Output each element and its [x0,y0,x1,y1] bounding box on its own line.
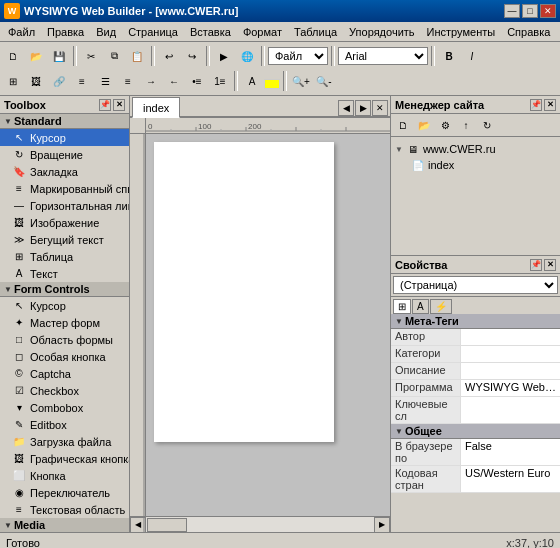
props-value-browser[interactable]: False [461,439,560,465]
cut-button[interactable]: ✂ [80,46,102,66]
menu-view[interactable]: Вид [90,24,122,40]
toolbox-pin-button[interactable]: 📌 [99,99,111,111]
site-manager-close-button[interactable]: ✕ [544,99,556,111]
zoom-out-button[interactable]: 🔍- [313,71,335,91]
menu-arrange[interactable]: Упорядочить [343,24,420,40]
bold-button[interactable]: B [438,46,460,66]
save-button[interactable]: 💾 [48,46,70,66]
tab-next-button[interactable]: ▶ [355,100,371,116]
align-right-button[interactable]: ≡ [117,71,139,91]
tree-item-index[interactable]: 📄 index [411,157,556,173]
toolbox-item-imgbutton[interactable]: 🖼 Графическая кнопка [0,450,129,467]
toolbox-item-textarea[interactable]: ≡ Текстовая область [0,501,129,518]
redo-button[interactable]: ↪ [181,46,203,66]
style-dropdown[interactable]: Файл [268,47,328,65]
site-manager-header-buttons[interactable]: 📌 ✕ [530,99,556,111]
bgcolor-button[interactable] [264,79,280,89]
tab-prev-button[interactable]: ◀ [338,100,354,116]
menu-format[interactable]: Формат [237,24,288,40]
editor-canvas[interactable] [146,134,390,516]
props-tab-style[interactable]: A [412,299,429,314]
toolbox-item-bookmark[interactable]: 🔖 Закладка [0,163,129,180]
open-button[interactable]: 📂 [25,46,47,66]
props-value-program[interactable]: WYSIWYG Web Bu [461,380,560,396]
properties-close-button[interactable]: ✕ [544,259,556,271]
menu-tools[interactable]: Инструменты [421,24,502,40]
toolbox-item-radio[interactable]: ◉ Переключатель [0,484,129,501]
color-button[interactable]: A [241,71,263,91]
paste-button[interactable]: 📋 [126,46,148,66]
sm-upload-button[interactable]: ↑ [456,116,476,134]
props-tab-events[interactable]: ⚡ [430,299,452,314]
title-bar-controls[interactable]: — □ ✕ [504,4,556,18]
toolbox-section-standard[interactable]: ▼ Standard [0,114,129,129]
insert-table-button[interactable]: ⊞ [2,71,24,91]
menu-file[interactable]: Файл [2,24,41,40]
menu-table[interactable]: Таблица [288,24,343,40]
toolbox-item-formwizard[interactable]: ✦ Мастер форм [0,314,129,331]
bullet-list-button[interactable]: •≡ [186,71,208,91]
toolbox-item-list[interactable]: ≡ Маркированный список [0,180,129,197]
properties-object-dropdown[interactable]: (Страница) [393,276,558,294]
align-left-button[interactable]: ≡ [71,71,93,91]
minimize-button[interactable]: — [504,4,520,18]
toolbox-header-buttons[interactable]: 📌 ✕ [99,99,125,111]
menu-page[interactable]: Страница [122,24,184,40]
properties-pin-button[interactable]: 📌 [530,259,542,271]
menu-insert[interactable]: Вставка [184,24,237,40]
sm-properties-button[interactable]: ⚙ [435,116,455,134]
toolbox-item-hline[interactable]: — Горизонтальная линия [0,197,129,214]
tab-nav-buttons[interactable]: ◀ ▶ ✕ [338,100,388,116]
sm-open-button[interactable]: 📂 [414,116,434,134]
toolbox-item-specialbtn[interactable]: ◻ Особая кнопка [0,348,129,365]
scroll-right-button[interactable]: ▶ [374,517,390,533]
maximize-button[interactable]: □ [522,4,538,18]
undo-button[interactable]: ↩ [158,46,180,66]
menu-edit[interactable]: Правка [41,24,90,40]
num-list-button[interactable]: 1≡ [209,71,231,91]
toolbox-item-rotate[interactable]: ↻ Вращение [0,146,129,163]
toolbox-item-editbox[interactable]: ✎ Editbox [0,416,129,433]
new-button[interactable]: 🗋 [2,46,24,66]
tab-index[interactable]: index [132,97,180,118]
toolbox-item-checkbox[interactable]: ☑ Checkbox [0,382,129,399]
props-section-general[interactable]: ▼ Общее [391,424,560,439]
props-section-meta[interactable]: ▼ Мета-Теги [391,314,560,329]
properties-header-buttons[interactable]: 📌 ✕ [530,259,556,271]
font-dropdown[interactable]: Arial [338,47,428,65]
toolbox-item-captcha[interactable]: © Captcha [0,365,129,382]
props-value-codepage[interactable]: US/Western Euro [461,466,560,492]
toolbox-section-media[interactable]: ▼ Media [0,518,129,532]
preview-button[interactable]: ▶ [213,46,235,66]
toolbox-section-formcontrols[interactable]: ▼ Form Controls [0,282,129,297]
scrollbar-horizontal[interactable]: ◀ ▶ [130,516,390,532]
props-value-category[interactable] [461,346,560,362]
scroll-track-h[interactable] [146,517,374,533]
toolbox-item-combobox[interactable]: ▾ Combobox [0,399,129,416]
toolbox-item-fileupload[interactable]: 📁 Загрузка файла [0,433,129,450]
toolbox-close-button[interactable]: ✕ [113,99,125,111]
toolbox-item-marquee[interactable]: ≫ Бегущий текст [0,231,129,248]
outdent-button[interactable]: ← [163,71,185,91]
scroll-thumb-h[interactable] [147,518,187,532]
toolbox-item-cursor[interactable]: ↖ Курсор [0,129,129,146]
close-button[interactable]: ✕ [540,4,556,18]
toolbox-item-cursor2[interactable]: ↖ Курсор [0,297,129,314]
copy-button[interactable]: ⧉ [103,46,125,66]
props-value-author[interactable] [461,329,560,345]
tab-close-button[interactable]: ✕ [372,100,388,116]
sm-new-site-button[interactable]: 🗋 [393,116,413,134]
publish-button[interactable]: 🌐 [236,46,258,66]
toolbox-item-formarea[interactable]: □ Область формы [0,331,129,348]
props-value-keywords[interactable] [461,397,560,423]
toolbox-item-button[interactable]: ⬜ Кнопка [0,467,129,484]
props-value-description[interactable] [461,363,560,379]
insert-link-button[interactable]: 🔗 [48,71,70,91]
insert-image-button[interactable]: 🖼 [25,71,47,91]
italic-button[interactable]: I [461,46,483,66]
align-center-button[interactable]: ☰ [94,71,116,91]
menu-help[interactable]: Справка [501,24,556,40]
toolbox-item-text[interactable]: A Текст [0,265,129,282]
toolbox-item-table[interactable]: ⊞ Таблица [0,248,129,265]
site-manager-pin-button[interactable]: 📌 [530,99,542,111]
